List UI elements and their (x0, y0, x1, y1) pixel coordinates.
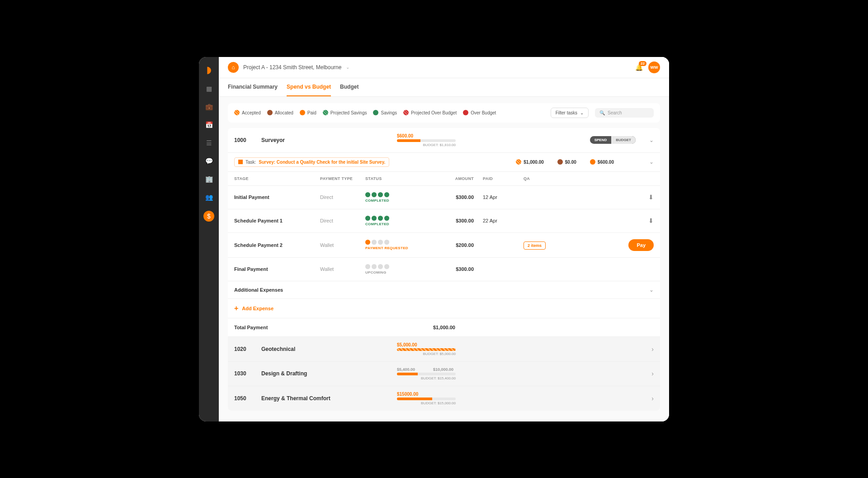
projected-savings-dot-icon (323, 110, 328, 115)
chevron-right-icon[interactable]: › (651, 395, 654, 402)
chevron-down-icon[interactable]: ⌄ (346, 65, 349, 70)
toggle-spend[interactable]: SPEND (590, 136, 612, 144)
add-expense-button[interactable]: + Add Expense (228, 298, 660, 318)
collapsed-section[interactable]: 1050 Energy & Thermal Comfort $15000.00 … (228, 386, 660, 411)
payment-row: Schedule Payment 1 Direct COMPLETED $300… (228, 209, 660, 232)
status-dot-icon (372, 240, 377, 245)
row-action: ⬇ (551, 217, 654, 224)
nav-people-icon[interactable]: 👥 (204, 193, 213, 202)
chevron-down-icon[interactable]: ⌄ (649, 287, 654, 293)
status-dot-icon (365, 264, 370, 269)
nav-chat-icon[interactable]: 💬 (204, 156, 213, 166)
home-icon[interactable]: ⌂ (228, 62, 239, 73)
task-label[interactable]: Task: Survey: Conduct a Quality Check fo… (234, 157, 389, 167)
legend-accepted: Accepted (234, 110, 261, 115)
budget-block: $600.00 BUDGET: $1,810.00 (397, 133, 581, 147)
legend-paid: Paid (300, 110, 316, 115)
status-text: COMPLETED (365, 222, 433, 226)
row-action: Pay (551, 239, 654, 251)
download-icon[interactable]: ⬇ (648, 217, 654, 224)
toggle-budget[interactable]: BUDGET (611, 136, 636, 144)
content: Accepted Allocated Paid Projected Saving… (219, 97, 669, 421)
stage-name: Final Payment (234, 266, 320, 272)
nav-briefcase-icon[interactable]: 💼 (204, 102, 213, 111)
status-block: UPCOMING (365, 264, 433, 274)
status-dot-icon (384, 264, 389, 269)
nav-finance-icon[interactable]: $ (203, 211, 214, 222)
budget-block: $5,400.00$10,000.00 BUDGET: $15,400.00 (397, 367, 642, 380)
chevron-right-icon[interactable]: › (651, 370, 654, 377)
paid-date: 22 Apr (474, 218, 514, 223)
chevron-right-icon[interactable]: › (651, 345, 654, 353)
search-icon: 🔍 (599, 110, 605, 115)
paid-dot-icon (590, 159, 595, 165)
qa-badge[interactable]: 2 items (524, 241, 546, 250)
chevron-down-icon: ⌄ (580, 110, 584, 115)
section-surveyor: 1000 Surveyor $600.00 BUDGET: $1,810.00 … (228, 128, 660, 411)
legend-projected-over: Projected Over Budget (403, 110, 457, 115)
search-input[interactable]: 🔍Search (595, 108, 654, 118)
legend-savings: Savings (373, 110, 397, 115)
payment-row: Initial Payment Direct COMPLETED $300.00… (228, 185, 660, 209)
tab-spend-vs-budget[interactable]: Spend vs Budget (287, 78, 331, 96)
budget-bar (397, 139, 456, 142)
status-dot-icon (378, 240, 383, 245)
qa-column: 2 items (514, 242, 551, 248)
status-text: PAYMENT REQUESTED (365, 246, 433, 250)
payment-row: Schedule Payment 2 Wallet PAYMENT REQUES… (228, 232, 660, 257)
task-box-icon (238, 160, 243, 164)
nav-building-icon[interactable]: 🏢 (204, 175, 213, 184)
total-row: Total Payment $1,000.00 (228, 318, 660, 336)
payment-type: Wallet (320, 266, 365, 272)
download-icon[interactable]: ⬇ (648, 194, 654, 201)
project-title[interactable]: Project A - 1234 Smith Street, Melbourne (243, 64, 341, 71)
filter-tasks-button[interactable]: Filter tasks⌄ (551, 108, 589, 118)
collapsed-section[interactable]: 1020 Geotechnical $5,000.00 BUDGET: $5,0… (228, 336, 660, 361)
notification-bell-icon[interactable]: 🔔22 (635, 64, 643, 71)
nav-calendar-icon[interactable]: 📅 (204, 120, 213, 129)
avatar[interactable]: WW (648, 62, 660, 73)
main-content: ⌂ Project A - 1234 Smith Street, Melbour… (219, 57, 669, 421)
stage-name: Schedule Payment 2 (234, 242, 320, 248)
status-dot-icon (365, 192, 370, 197)
budget-label: BUDGET: $1,810.00 (397, 143, 456, 147)
pay-button[interactable]: Pay (628, 239, 654, 251)
row-action: ⬇ (551, 194, 654, 201)
section-code: 1000 (234, 137, 252, 143)
tab-budget[interactable]: Budget (340, 78, 359, 96)
status-block: COMPLETED (365, 216, 433, 226)
task-amounts: $1,000.00 $0.00 $600.00 (516, 159, 614, 165)
legend-projected-savings: Projected Savings (323, 110, 367, 115)
tab-financial-summary[interactable]: Financial Summary (228, 78, 278, 96)
legend-allocated: Allocated (267, 110, 293, 115)
chevron-down-icon[interactable]: ⌄ (649, 137, 654, 143)
status-dot-icon (372, 192, 377, 197)
spend-budget-toggle[interactable]: SPEND BUDGET (590, 136, 636, 144)
task-paid: $600.00 (590, 159, 614, 165)
amount: $300.00 (433, 218, 474, 223)
status-block: COMPLETED (365, 192, 433, 203)
budget-block: $5,000.00 BUDGET: $5,000.00 (397, 342, 642, 356)
section-name: Design & Drafting (261, 370, 388, 377)
allocated-dot-icon (557, 159, 563, 165)
section-code: 1050 (234, 395, 252, 402)
section-code: 1030 (234, 370, 252, 377)
savings-dot-icon (373, 110, 378, 115)
legend-over-budget: Over Budget (463, 110, 496, 115)
paid-date: 12 Apr (474, 194, 514, 200)
amount: $200.00 (433, 242, 474, 248)
status-dot-icon (384, 192, 389, 197)
status-dot-icon (378, 192, 383, 197)
section-name: Surveyor (261, 137, 388, 143)
chevron-down-icon[interactable]: ⌄ (649, 159, 654, 165)
col-paid: PAID (474, 176, 514, 181)
col-payment-type: PAYMENT TYPE (320, 176, 365, 181)
payment-type: Direct (320, 194, 365, 200)
task-row: Task: Survey: Conduct a Quality Check fo… (228, 152, 660, 171)
payment-row: Final Payment Wallet UPCOMING $300.00 (228, 257, 660, 281)
collapsed-section[interactable]: 1030 Design & Drafting $5,400.00$10,000.… (228, 361, 660, 386)
stage-name: Schedule Payment 1 (234, 218, 320, 223)
status-dot-icon (372, 264, 377, 269)
nav-list-icon[interactable]: ☰ (204, 138, 213, 147)
nav-dashboard-icon[interactable]: ▦ (204, 84, 213, 93)
